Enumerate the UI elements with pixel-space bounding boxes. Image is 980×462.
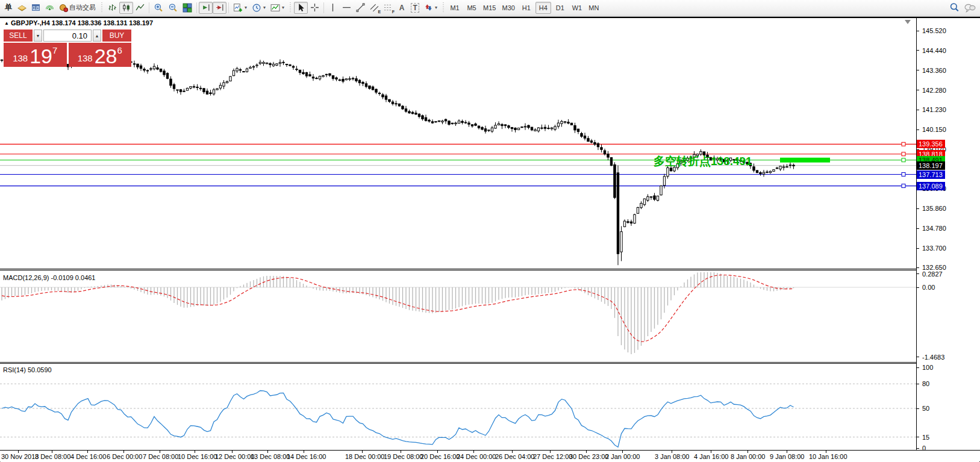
cursor-icon	[296, 3, 305, 12]
indicators-button[interactable]: ▾	[231, 2, 249, 14]
buy-price-sup: 6	[117, 45, 122, 55]
line-handle[interactable]	[902, 152, 905, 156]
new-order-label: 单	[5, 2, 12, 13]
time-axis[interactable]: 30 Nov 20183 Dec 08:004 Dec 16:006 Dec 0…	[0, 451, 980, 461]
text-tool-icon: A	[399, 4, 405, 12]
time-tick-label: 26 Dec 04:00	[495, 453, 534, 460]
chart-annotation-text[interactable]: 多空转折点138.491	[654, 154, 752, 169]
candlestick-chart-icon	[122, 3, 131, 12]
price-chart-pane[interactable]	[0, 18, 916, 269]
fibonacci-tool[interactable]: F	[381, 2, 395, 14]
buy-button[interactable]: BUY	[102, 30, 131, 42]
macd-pane[interactable]	[0, 270, 916, 362]
vertical-line-tool[interactable]	[326, 2, 340, 14]
arrows-tool[interactable]: ▾	[422, 2, 440, 14]
line-handle[interactable]	[902, 158, 905, 162]
time-tick-label: 24 Dec 00:00	[457, 453, 496, 460]
rsi-canvas[interactable]	[0, 364, 916, 450]
volume-increase-button[interactable]: ▲	[93, 30, 101, 42]
line-handle[interactable]	[902, 184, 905, 188]
chat-icon	[964, 3, 976, 13]
price-tick-label: -1.4683	[922, 354, 944, 361]
axis-tick-mark	[917, 228, 919, 229]
line-handle[interactable]	[902, 173, 905, 176]
time-tick-label: 7 Dec 08:00	[143, 453, 178, 460]
timeframe-w1[interactable]: W1	[569, 2, 585, 14]
timeframe-h4[interactable]: H4	[535, 2, 551, 14]
chart-shift-button[interactable]	[213, 2, 226, 14]
horizontal-line-tool[interactable]	[340, 2, 354, 14]
autotrading-button[interactable]: 自动交易	[57, 2, 98, 14]
time-tick-label: 3 Dec 08:00	[35, 453, 70, 460]
price-tick-label: 141.230	[922, 106, 946, 113]
trade-panel-header: SELL ▼ 0.10 ▲ BUY	[4, 30, 131, 42]
zoom-in-button[interactable]	[151, 2, 166, 14]
buy-price-prefix: 138	[78, 53, 93, 63]
highlight-segment[interactable]	[780, 158, 830, 163]
toolbar-separator	[196, 2, 197, 13]
ohlc-values: 138.174 138.336 138.131 138.197	[52, 19, 153, 27]
periods-button[interactable]: ▾	[249, 2, 268, 14]
new-order-icon-button[interactable]	[15, 2, 29, 14]
price-axis[interactable]: 145.520144.440143.360142.280141.230140.1…	[917, 18, 980, 450]
time-tick-label: 2 Jan 00:00	[605, 453, 640, 460]
bar-chart-icon	[108, 3, 117, 12]
chart-title: ▲ GBPJPY-,H4 138.174 138.336 138.131 138…	[4, 19, 153, 27]
axis-tick-mark	[917, 367, 919, 368]
signal-icon	[45, 3, 54, 12]
candlestick-chart-button[interactable]	[119, 2, 133, 14]
mt4-window: 单 自动交易 ▾ ▾ ▾ E F A T ▾	[0, 0, 980, 462]
horizontal-lines[interactable]	[0, 144, 916, 186]
collapse-marker-icon: ▲	[4, 20, 9, 26]
sell-price-button[interactable]: 138 19 7	[4, 43, 67, 67]
templates-button[interactable]: ▾	[268, 2, 287, 14]
line-chart-button[interactable]	[133, 2, 147, 14]
new-order-button[interactable]: 单	[2, 2, 15, 14]
zoom-in-icon	[154, 3, 163, 13]
trendline-tool[interactable]	[354, 2, 367, 14]
axis-tick-mark	[917, 408, 919, 409]
timeframe-m1[interactable]: M1	[447, 2, 463, 14]
crosshair-button[interactable]	[308, 2, 322, 14]
volume-decrease-button[interactable]: ▼	[34, 30, 42, 42]
price-tick-label: 0.2827	[922, 270, 943, 278]
macd-canvas[interactable]	[0, 270, 916, 362]
volume-input[interactable]: 0.10	[43, 30, 92, 42]
timeframe-d1[interactable]: D1	[552, 2, 568, 14]
search-button[interactable]	[947, 2, 962, 14]
chart-objects[interactable]	[780, 142, 905, 187]
rsi-pane[interactable]	[0, 364, 916, 450]
toolbar-grip	[442, 2, 445, 13]
tile-windows-button[interactable]	[180, 2, 195, 14]
time-tick-label: 27 Dec 12:00	[533, 453, 572, 460]
bar-chart-button[interactable]	[105, 2, 119, 14]
sell-price-prefix: 138	[13, 53, 28, 63]
text-label-tool[interactable]: T	[408, 2, 422, 14]
chat-button[interactable]	[962, 2, 978, 14]
line-handle[interactable]	[902, 142, 905, 146]
axis-tick-mark	[917, 31, 919, 31]
text-tool[interactable]: A	[395, 2, 408, 14]
price-tick-label: 144.440	[922, 47, 946, 54]
cursor-button[interactable]	[294, 2, 308, 14]
zoom-out-button[interactable]	[166, 2, 180, 14]
price-chart-canvas[interactable]	[0, 18, 916, 269]
timeframe-m15[interactable]: M15	[481, 2, 498, 14]
price-tick-label: 133.700	[922, 245, 946, 252]
buy-price-button[interactable]: 138 28 6	[69, 43, 132, 67]
signals-button[interactable]	[43, 2, 57, 14]
price-tick-label: 100	[922, 364, 933, 371]
timeframe-m30[interactable]: M30	[499, 2, 517, 14]
timeframe-h1[interactable]: H1	[519, 2, 534, 14]
timeframe-mn[interactable]: MN	[586, 2, 602, 14]
channel-tool[interactable]: E	[367, 2, 381, 14]
timeframe-m5[interactable]: M5	[464, 2, 479, 14]
trendline-icon	[356, 3, 365, 12]
sell-button[interactable]: SELL	[4, 30, 33, 42]
auto-scroll-button[interactable]	[199, 2, 213, 14]
market-window-button[interactable]	[29, 2, 43, 14]
axis-tick-mark	[917, 208, 919, 209]
template-icon	[270, 3, 280, 13]
time-tick-label: 12 Dec 00:00	[215, 453, 254, 460]
zoom-out-icon	[168, 3, 178, 13]
